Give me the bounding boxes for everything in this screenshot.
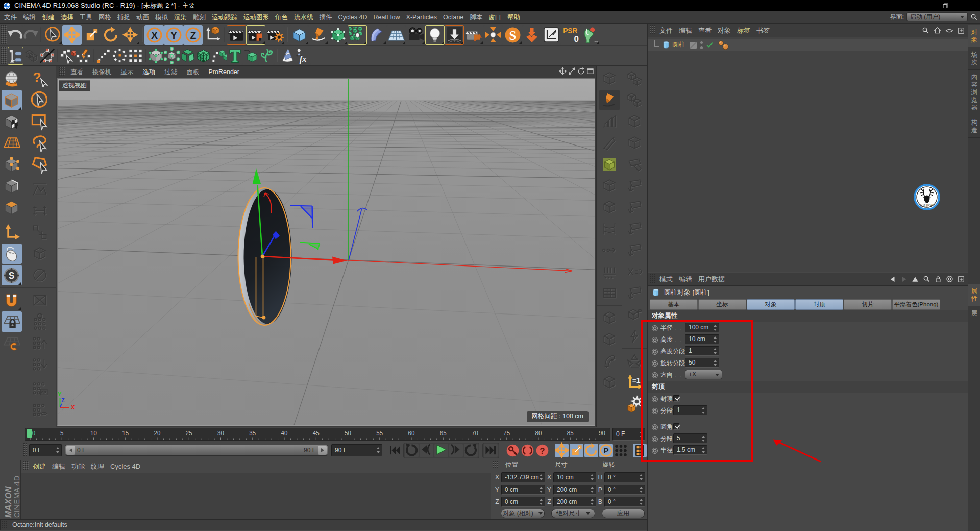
om-menu-书签[interactable]: 书签 bbox=[753, 26, 773, 35]
spinner-icon[interactable] bbox=[539, 487, 543, 493]
command-emb-cube[interactable] bbox=[624, 111, 645, 132]
am-menu-模式[interactable]: 模式 bbox=[656, 275, 676, 284]
tab-对象[interactable]: 对象 bbox=[747, 299, 795, 310]
range-right-cap[interactable] bbox=[318, 446, 327, 455]
zoom-view-icon[interactable] bbox=[568, 67, 576, 75]
mat-menu-Cycles 4D[interactable]: Cycles 4D bbox=[107, 463, 143, 470]
coord-mode-dropdown-绝对尺寸[interactable]: 绝对尺寸 bbox=[551, 509, 595, 518]
disabled-tool-12[interactable] bbox=[30, 379, 50, 400]
spinner-icon[interactable] bbox=[376, 447, 380, 453]
mat-menu-纹理[interactable]: 纹理 bbox=[88, 462, 107, 471]
menu-Octane[interactable]: Octane bbox=[440, 14, 467, 21]
spline-pen-menu[interactable] bbox=[309, 25, 328, 45]
points-paint-tool[interactable] bbox=[76, 47, 91, 65]
command-emb-cube[interactable] bbox=[599, 176, 620, 196]
menu-模拟[interactable]: 模拟 bbox=[152, 13, 171, 22]
disabled-tool-9[interactable] bbox=[30, 311, 50, 332]
graph-view-button[interactable] bbox=[542, 25, 561, 45]
modeling-objects-menu[interactable] bbox=[348, 25, 367, 45]
view-name-label[interactable]: 透视视图 bbox=[59, 80, 90, 91]
play-forwards-button[interactable] bbox=[464, 444, 478, 457]
spinner-icon[interactable] bbox=[590, 499, 594, 505]
goto-end-button[interactable] bbox=[484, 444, 498, 457]
command-emb-cube[interactable] bbox=[599, 197, 620, 218]
viewport-menu-查看[interactable]: 查看 bbox=[66, 68, 88, 77]
texture-mode-button[interactable] bbox=[2, 111, 22, 132]
enable-axis-button[interactable] bbox=[2, 222, 22, 243]
polygon-mode-button[interactable] bbox=[128, 47, 143, 65]
play-backwards-button[interactable] bbox=[405, 444, 419, 457]
key-rotation-toggle[interactable] bbox=[584, 444, 598, 457]
live-selection-tool[interactable] bbox=[43, 25, 62, 45]
polygon-selection[interactable] bbox=[30, 154, 50, 175]
frame-end-field[interactable]: 90 F bbox=[331, 444, 382, 456]
coord-field-旋转-H[interactable]: 0 ° bbox=[604, 472, 645, 482]
recent-tool[interactable] bbox=[120, 25, 140, 45]
lasso-selection[interactable] bbox=[30, 133, 50, 153]
om-menu-对象[interactable]: 对象 bbox=[715, 26, 734, 35]
command-emb-cube[interactable] bbox=[624, 133, 645, 153]
polygon-mode-toggle[interactable] bbox=[2, 197, 22, 218]
mat-menu-功能[interactable]: 功能 bbox=[68, 462, 88, 471]
menu-流水线[interactable]: 流水线 bbox=[291, 13, 316, 22]
range-left-cap[interactable] bbox=[66, 446, 75, 455]
camera-menu[interactable] bbox=[406, 25, 425, 45]
close-window-button[interactable] bbox=[957, 0, 980, 11]
tab-封顶[interactable]: 封顶 bbox=[795, 299, 843, 310]
menu-渲染[interactable]: 渲染 bbox=[171, 13, 190, 22]
undo-button[interactable] bbox=[8, 25, 23, 45]
panel-grip[interactable] bbox=[1, 25, 7, 44]
timeline-range-slider[interactable]: 0 F 90 F bbox=[65, 445, 328, 456]
commander-button[interactable]: ? bbox=[30, 68, 50, 89]
viewport-menu-选项[interactable]: 选项 bbox=[138, 68, 160, 77]
command-emb-grid[interactable] bbox=[599, 283, 620, 303]
command-emb-fan[interactable] bbox=[599, 351, 620, 371]
apply-button[interactable]: 应用 bbox=[602, 509, 645, 518]
rotate-tool[interactable] bbox=[101, 25, 120, 45]
menu-动画[interactable]: 动画 bbox=[133, 13, 152, 22]
panel-grip[interactable] bbox=[23, 443, 27, 456]
disabled-tool-11[interactable] bbox=[30, 354, 50, 375]
menu-RealFlow[interactable]: RealFlow bbox=[370, 14, 403, 21]
rotate-view-icon[interactable] bbox=[577, 67, 585, 75]
menu-运动跟踪[interactable]: 运动跟踪 bbox=[209, 13, 240, 22]
side-tab-属性[interactable]: 属性 bbox=[968, 284, 980, 306]
menu-帮助[interactable]: 帮助 bbox=[504, 13, 523, 22]
panel-grip[interactable] bbox=[2, 521, 7, 529]
command-emb-cube[interactable] bbox=[599, 68, 620, 89]
panel-grip[interactable] bbox=[650, 274, 655, 283]
generators-menu[interactable] bbox=[328, 25, 348, 45]
point-mode-button[interactable] bbox=[96, 47, 112, 65]
command-emb-poly-arrow[interactable] bbox=[624, 197, 645, 218]
xpresso-menu[interactable] bbox=[483, 25, 503, 45]
key-parameter-toggle[interactable]: P bbox=[599, 444, 613, 457]
coord-field-尺寸-Y[interactable]: 200 cm bbox=[553, 485, 596, 495]
spinner-icon[interactable] bbox=[539, 474, 543, 480]
side-tab-场次[interactable]: 场次 bbox=[968, 47, 980, 70]
forward-icon[interactable] bbox=[900, 276, 908, 283]
edge-mode-toggle[interactable] bbox=[2, 176, 22, 196]
menu-选择[interactable]: 选择 bbox=[58, 13, 77, 22]
disabled-tool-2[interactable] bbox=[30, 201, 50, 221]
command-emb-poly-arrow[interactable] bbox=[624, 283, 645, 303]
panel-grip[interactable] bbox=[493, 461, 498, 468]
move-tool[interactable] bbox=[62, 25, 82, 45]
coord-field-尺寸-Z[interactable]: 200 cm bbox=[553, 497, 596, 507]
key-pla-toggle[interactable] bbox=[614, 444, 628, 457]
frame-start-field[interactable]: 0 F bbox=[29, 444, 62, 456]
mesh-wireframe-button[interactable] bbox=[195, 47, 211, 65]
spinner-icon[interactable] bbox=[56, 447, 60, 453]
viewport-menu-过滤[interactable]: 过滤 bbox=[160, 68, 182, 77]
home-icon[interactable] bbox=[934, 27, 941, 34]
menu-工具[interactable]: 工具 bbox=[77, 13, 95, 22]
target-icon[interactable] bbox=[946, 275, 953, 283]
layer-color-icon[interactable] bbox=[690, 41, 697, 49]
character-menu[interactable] bbox=[580, 25, 600, 45]
octane-export-button[interactable] bbox=[522, 25, 542, 45]
record-keyframe-button[interactable] bbox=[506, 444, 520, 457]
snap-magnet-button[interactable] bbox=[2, 290, 22, 310]
scale-tool[interactable] bbox=[82, 25, 101, 45]
lock-y-axis[interactable]: Y bbox=[164, 25, 183, 45]
add-panel-icon[interactable] bbox=[958, 276, 965, 283]
menu-运动图形[interactable]: 运动图形 bbox=[240, 13, 272, 22]
